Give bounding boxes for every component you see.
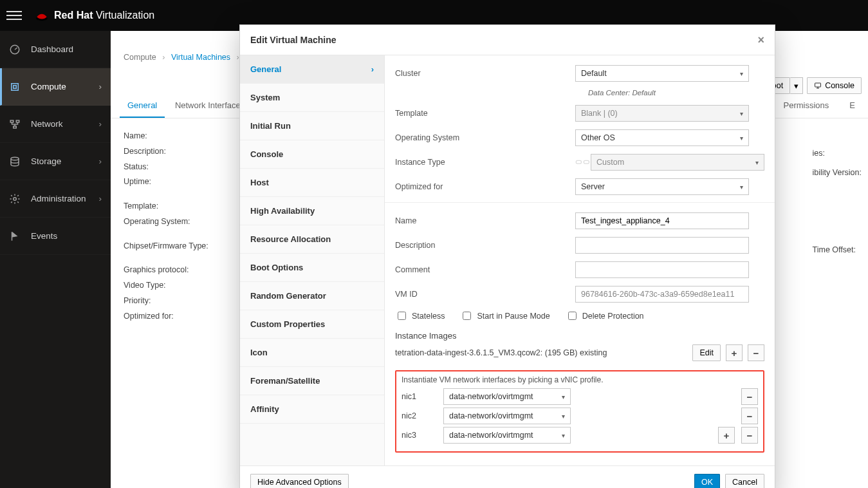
dialog-header: Edit Virtual Machine × [240,25,775,31]
edit-vm-dialog: Edit Virtual Machine × General › System … [239,24,775,31]
